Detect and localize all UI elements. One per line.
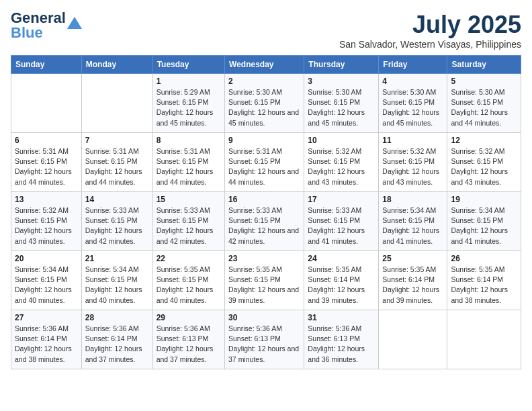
calendar-cell: 31Sunrise: 5:36 AMSunset: 6:13 PMDayligh… <box>304 310 379 369</box>
calendar-table: SundayMondayTuesdayWednesdayThursdayFrid… <box>11 55 521 369</box>
calendar-cell <box>379 310 447 369</box>
day-number: 24 <box>308 254 375 263</box>
calendar-cell: 3Sunrise: 5:30 AMSunset: 6:15 PMDaylight… <box>304 74 379 133</box>
logo-text: GeneralBlue <box>11 11 66 40</box>
svg-marker-0 <box>67 17 82 29</box>
day-number: 12 <box>451 136 517 145</box>
day-info: Sunrise: 5:35 AMSunset: 6:14 PMDaylight:… <box>382 265 443 306</box>
calendar-week-5: 27Sunrise: 5:36 AMSunset: 6:14 PMDayligh… <box>11 310 521 369</box>
day-number: 21 <box>85 254 149 263</box>
day-number: 17 <box>308 195 375 204</box>
col-header-tuesday: Tuesday <box>152 56 224 74</box>
day-number: 1 <box>157 77 221 86</box>
calendar-cell: 19Sunrise: 5:34 AMSunset: 6:15 PMDayligh… <box>447 192 521 251</box>
calendar-cell: 20Sunrise: 5:34 AMSunset: 6:15 PMDayligh… <box>11 251 82 310</box>
day-number: 27 <box>15 313 78 322</box>
calendar-cell <box>81 74 152 133</box>
day-number: 28 <box>85 313 149 322</box>
calendar-week-3: 13Sunrise: 5:32 AMSunset: 6:15 PMDayligh… <box>11 192 521 251</box>
col-header-sunday: Sunday <box>11 56 82 74</box>
day-number: 18 <box>382 195 443 204</box>
day-number: 30 <box>228 313 300 322</box>
day-info: Sunrise: 5:34 AMSunset: 6:15 PMDaylight:… <box>382 205 443 246</box>
calendar-cell: 25Sunrise: 5:35 AMSunset: 6:14 PMDayligh… <box>379 251 447 310</box>
calendar-cell: 22Sunrise: 5:35 AMSunset: 6:15 PMDayligh… <box>152 251 224 310</box>
day-info: Sunrise: 5:32 AMSunset: 6:15 PMDaylight:… <box>451 146 517 187</box>
day-number: 3 <box>308 77 375 86</box>
day-number: 23 <box>228 254 300 263</box>
day-info: Sunrise: 5:34 AMSunset: 6:15 PMDaylight:… <box>451 205 517 246</box>
calendar-week-2: 6Sunrise: 5:31 AMSunset: 6:15 PMDaylight… <box>11 133 521 192</box>
day-info: Sunrise: 5:36 AMSunset: 6:13 PMDaylight:… <box>157 324 221 365</box>
day-info: Sunrise: 5:31 AMSunset: 6:15 PMDaylight:… <box>228 146 300 187</box>
calendar-cell: 17Sunrise: 5:33 AMSunset: 6:15 PMDayligh… <box>304 192 379 251</box>
day-number: 15 <box>157 195 221 204</box>
day-info: Sunrise: 5:33 AMSunset: 6:15 PMDaylight:… <box>308 205 375 246</box>
col-header-thursday: Thursday <box>304 56 379 74</box>
day-number: 14 <box>85 195 149 204</box>
day-number: 6 <box>15 136 78 145</box>
day-number: 22 <box>157 254 221 263</box>
calendar-cell: 18Sunrise: 5:34 AMSunset: 6:15 PMDayligh… <box>379 192 447 251</box>
day-number: 13 <box>15 195 78 204</box>
day-info: Sunrise: 5:31 AMSunset: 6:15 PMDaylight:… <box>85 146 149 187</box>
calendar-cell: 29Sunrise: 5:36 AMSunset: 6:13 PMDayligh… <box>152 310 224 369</box>
calendar-cell: 11Sunrise: 5:32 AMSunset: 6:15 PMDayligh… <box>379 133 447 192</box>
day-number: 20 <box>15 254 78 263</box>
calendar-header-row: SundayMondayTuesdayWednesdayThursdayFrid… <box>11 56 521 74</box>
calendar-cell <box>447 310 521 369</box>
calendar-cell: 26Sunrise: 5:35 AMSunset: 6:14 PMDayligh… <box>447 251 521 310</box>
day-number: 2 <box>228 77 300 86</box>
calendar-cell: 8Sunrise: 5:31 AMSunset: 6:15 PMDaylight… <box>152 133 224 192</box>
day-number: 9 <box>228 136 300 145</box>
day-number: 19 <box>451 195 517 204</box>
day-info: Sunrise: 5:32 AMSunset: 6:15 PMDaylight:… <box>15 205 78 246</box>
calendar-cell: 13Sunrise: 5:32 AMSunset: 6:15 PMDayligh… <box>11 192 82 251</box>
day-info: Sunrise: 5:35 AMSunset: 6:14 PMDaylight:… <box>308 265 375 306</box>
day-number: 10 <box>308 136 375 145</box>
day-info: Sunrise: 5:30 AMSunset: 6:15 PMDaylight:… <box>308 87 375 128</box>
calendar-cell: 9Sunrise: 5:31 AMSunset: 6:15 PMDaylight… <box>225 133 304 192</box>
col-header-friday: Friday <box>379 56 447 74</box>
day-info: Sunrise: 5:31 AMSunset: 6:15 PMDaylight:… <box>15 146 78 187</box>
day-number: 11 <box>382 136 443 145</box>
calendar-cell: 21Sunrise: 5:34 AMSunset: 6:15 PMDayligh… <box>81 251 152 310</box>
day-info: Sunrise: 5:35 AMSunset: 6:14 PMDaylight:… <box>451 265 517 306</box>
logo-blue: Blue <box>11 24 43 41</box>
calendar-cell: 15Sunrise: 5:33 AMSunset: 6:15 PMDayligh… <box>152 192 224 251</box>
day-number: 5 <box>451 77 517 86</box>
day-number: 25 <box>382 254 443 263</box>
calendar-cell: 7Sunrise: 5:31 AMSunset: 6:15 PMDaylight… <box>81 133 152 192</box>
calendar-cell <box>11 74 82 133</box>
day-info: Sunrise: 5:30 AMSunset: 6:15 PMDaylight:… <box>451 87 517 128</box>
day-info: Sunrise: 5:31 AMSunset: 6:15 PMDaylight:… <box>157 146 221 187</box>
calendar-cell: 28Sunrise: 5:36 AMSunset: 6:14 PMDayligh… <box>81 310 152 369</box>
calendar-cell: 16Sunrise: 5:33 AMSunset: 6:15 PMDayligh… <box>225 192 304 251</box>
calendar-subtitle: San Salvador, Western Visayas, Philippin… <box>339 39 521 50</box>
calendar-cell: 4Sunrise: 5:30 AMSunset: 6:15 PMDaylight… <box>379 74 447 133</box>
calendar-cell: 10Sunrise: 5:32 AMSunset: 6:15 PMDayligh… <box>304 133 379 192</box>
day-info: Sunrise: 5:33 AMSunset: 6:15 PMDaylight:… <box>85 205 149 246</box>
calendar-title: July 2025 <box>339 11 521 39</box>
logo-icon <box>67 15 82 30</box>
col-header-monday: Monday <box>81 56 152 74</box>
day-number: 26 <box>451 254 517 263</box>
logo: GeneralBlue <box>11 11 82 40</box>
day-info: Sunrise: 5:34 AMSunset: 6:15 PMDaylight:… <box>85 265 149 306</box>
calendar-cell: 5Sunrise: 5:30 AMSunset: 6:15 PMDaylight… <box>447 74 521 133</box>
day-number: 7 <box>85 136 149 145</box>
day-info: Sunrise: 5:29 AMSunset: 6:15 PMDaylight:… <box>157 87 221 128</box>
calendar-week-4: 20Sunrise: 5:34 AMSunset: 6:15 PMDayligh… <box>11 251 521 310</box>
title-block: July 2025 San Salvador, Western Visayas,… <box>339 11 521 50</box>
day-info: Sunrise: 5:30 AMSunset: 6:15 PMDaylight:… <box>382 87 443 128</box>
col-header-wednesday: Wednesday <box>225 56 304 74</box>
day-info: Sunrise: 5:33 AMSunset: 6:15 PMDaylight:… <box>157 205 221 246</box>
page-header: GeneralBlue July 2025 San Salvador, West… <box>11 11 521 50</box>
calendar-cell: 2Sunrise: 5:30 AMSunset: 6:15 PMDaylight… <box>225 74 304 133</box>
day-number: 16 <box>228 195 300 204</box>
day-number: 31 <box>308 313 375 322</box>
col-header-saturday: Saturday <box>447 56 521 74</box>
day-number: 4 <box>382 77 443 86</box>
day-info: Sunrise: 5:30 AMSunset: 6:15 PMDaylight:… <box>228 87 300 128</box>
calendar-cell: 24Sunrise: 5:35 AMSunset: 6:14 PMDayligh… <box>304 251 379 310</box>
